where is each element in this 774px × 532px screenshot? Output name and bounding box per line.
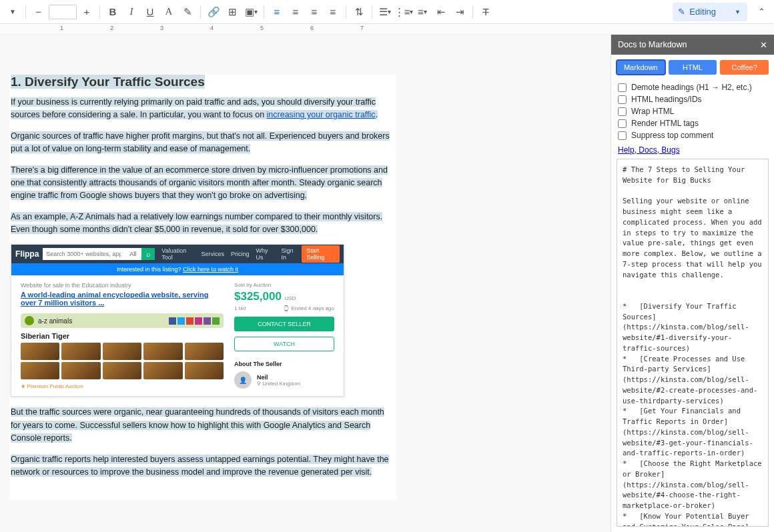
seller-info: 👤 Neil ⚲ United Kingdom	[234, 371, 334, 389]
align-justify-button[interactable]: ≡	[324, 3, 342, 21]
bold-button[interactable]: B	[104, 3, 121, 21]
pencil-icon: ✎	[678, 7, 685, 17]
listing-price: $325,000 USD	[234, 290, 334, 303]
chevron-down-icon: ▼	[735, 9, 741, 15]
align-center-button[interactable]: ≡	[287, 3, 304, 21]
italic-button[interactable]: I	[123, 3, 140, 21]
watch-button[interactable]: WATCH	[234, 337, 334, 351]
bulleted-list-button[interactable]: ⋮≡▾	[395, 3, 412, 21]
sold-label: Sold by Auction	[234, 282, 334, 288]
help-docs-bugs-link[interactable]: Help, Docs, Bugs	[618, 145, 680, 155]
paragraph: Organic sources of traffic have higher p…	[11, 130, 395, 156]
underline-button[interactable]: U	[141, 3, 159, 21]
text-color-button[interactable]: A	[160, 3, 177, 21]
sidebar-title: Docs to Markdown	[618, 40, 687, 49]
highlight-button[interactable]: ✎	[179, 3, 196, 21]
link-button[interactable]: 🔗	[205, 3, 222, 21]
flippa-logo: Flippa	[15, 249, 39, 259]
nav-link[interactable]: Pricing	[231, 251, 250, 257]
flippa-screenshot: Flippa All ⌕ Valuation Tool Services Pri…	[11, 244, 344, 397]
avatar: 👤	[234, 371, 252, 389]
opt-wrap-html[interactable]: Wrap HTML	[618, 105, 767, 117]
comment-button[interactable]: ⊞	[224, 3, 241, 21]
align-right-button[interactable]: ≡	[306, 3, 323, 21]
close-icon[interactable]: ✕	[760, 40, 767, 50]
start-selling-button[interactable]: Start Selling	[302, 245, 340, 263]
paragraph: There's a big difference in the value of…	[11, 164, 395, 203]
flippa-banner: Interested in this listing? Click here t…	[11, 263, 344, 275]
contact-seller-button[interactable]: CONTACT SELLER	[234, 317, 334, 331]
ended-label: ⌚ Ended 4 days ago	[283, 305, 334, 311]
tab-coffee[interactable]: Coffee?	[720, 60, 769, 75]
addon-sidebar: Docs to Markdown ✕ Markdown HTML Coffee?…	[611, 35, 774, 532]
zoom-out-button[interactable]: −	[30, 3, 47, 21]
opt-render-html[interactable]: Render HTML tags	[618, 117, 767, 129]
nav-link[interactable]: Valuation Tool	[161, 247, 194, 261]
clear-formatting-button[interactable]: T	[477, 3, 494, 21]
checklist-button[interactable]: ☰▾	[376, 3, 394, 21]
listing-title[interactable]: A world-leading animal encyclopedia webs…	[21, 291, 224, 307]
align-left-button[interactable]: ≡	[268, 3, 286, 21]
document-page: 1. Diversify Your Traffic Sources If you…	[9, 75, 396, 500]
opt-suppress-comment[interactable]: Suppress top comment	[618, 129, 767, 141]
numbered-list-button[interactable]: ≡▾	[414, 3, 431, 21]
organic-traffic-link[interactable]: increasing your organic traffic	[267, 110, 376, 119]
heading-diversify: 1. Diversify Your Traffic Sources	[11, 75, 395, 89]
more-icon[interactable]: ▼	[4, 3, 21, 21]
tab-html[interactable]: HTML	[669, 60, 717, 75]
mode-selector[interactable]: ✎ Editing ▼	[673, 3, 747, 21]
premium-badge: ★ Premium Public Auction	[21, 383, 224, 389]
zoom-in-button[interactable]: +	[78, 3, 95, 21]
opt-demote-headings[interactable]: Demote headings (H1 → H2, etc.)	[618, 81, 767, 93]
toolbar: ▼ − + B I U A ✎ 🔗 ⊞ ▣▾ ≡ ≡ ≡ ≡ ⇅ ☰▾ ⋮≡▾ …	[0, 0, 774, 24]
image-button[interactable]: ▣▾	[242, 3, 260, 21]
flippa-search: All ⌕	[43, 248, 155, 260]
sidebar-header: Docs to Markdown ✕	[611, 35, 774, 55]
paragraph: Organic traffic reports help interested …	[11, 453, 395, 479]
nav-link[interactable]: Why Us	[256, 247, 275, 261]
seller-location: ⚲ United Kingdom	[257, 381, 300, 387]
collapse-toolbar-button[interactable]: ⌃	[753, 3, 770, 21]
paragraph: As an example, A-Z Animals had a relativ…	[11, 211, 395, 237]
paragraph: If your business is currently relying pr…	[11, 96, 395, 122]
indent-decrease-button[interactable]: ⇤	[432, 3, 450, 21]
opt-html-headings[interactable]: HTML headings/IDs	[618, 93, 767, 105]
bid-count: 1 bid	[234, 305, 246, 311]
paragraph: But the traffic sources were organic, ne…	[11, 406, 395, 445]
tab-markdown[interactable]: Markdown	[617, 60, 665, 75]
nav-link[interactable]: Services	[202, 251, 225, 257]
paw-icon	[25, 316, 34, 325]
nav-link[interactable]: Sign In	[281, 247, 298, 261]
line-spacing-button[interactable]: ⇅	[350, 3, 368, 21]
document-pane[interactable]: 1. Diversify Your Traffic Sources If you…	[0, 35, 611, 532]
ruler: 1 2 3 4 5 6 7	[0, 24, 774, 35]
seller-name: Neil	[257, 374, 300, 381]
listing-subtitle: Siberian Tiger	[21, 332, 224, 340]
markdown-output[interactable]: # The 7 Steps to Selling Your Website fo…	[617, 159, 769, 527]
flippa-search-input[interactable]	[43, 248, 124, 260]
listing-category: Website for sale in the Education indust…	[21, 282, 224, 289]
listing-brand-badge: a-z animals	[21, 313, 224, 328]
mode-label: Editing	[689, 7, 716, 17]
thumbnail-grid	[21, 343, 224, 379]
about-seller-heading: About The Seller	[234, 361, 334, 367]
indent-increase-button[interactable]: ⇥	[451, 3, 468, 21]
zoom-input[interactable]	[49, 5, 77, 19]
flippa-search-filter[interactable]: All	[124, 248, 141, 260]
search-icon[interactable]: ⌕	[141, 248, 155, 260]
